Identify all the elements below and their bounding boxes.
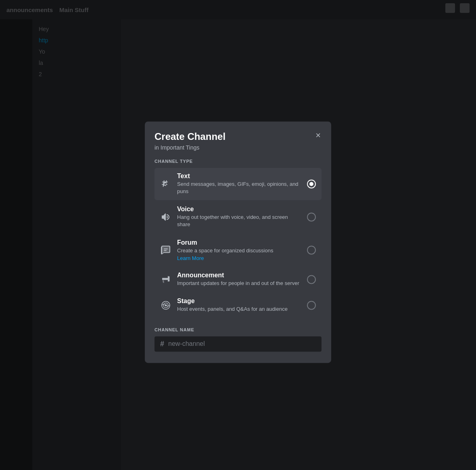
channel-type-voice-desc: Hang out together with voice, video, and… — [177, 214, 301, 229]
channel-name-input[interactable] — [168, 341, 316, 348]
channel-name-section-label: CHANNEL NAME — [154, 328, 322, 333]
stage-icon — [160, 299, 171, 311]
channel-type-stage-radio — [307, 301, 316, 310]
channel-type-text-desc: Send messages, images, GIFs, emoji, opin… — [177, 181, 301, 195]
channel-type-text[interactable]: Text Send messages, images, GIFs, emoji,… — [154, 168, 322, 200]
channel-type-announcement-radio — [307, 275, 316, 284]
channel-type-stage[interactable]: Stage Host events, panels, and Q&As for … — [154, 293, 322, 318]
channel-type-text-content: Text Send messages, images, GIFs, emoji,… — [177, 173, 301, 195]
modal-title-group: Create Channel in Important Tings — [154, 131, 225, 151]
channel-type-forum[interactable]: Forum Create a space for organized discu… — [154, 234, 322, 266]
modal-header: Create Channel in Important Tings × — [154, 131, 322, 151]
channel-type-announcement-name: Announcement — [177, 272, 301, 279]
modal-subtitle: in Important Tings — [154, 144, 225, 151]
channel-type-voice-content: Voice Hang out together with voice, vide… — [177, 206, 301, 229]
channel-type-section-label: CHANNEL TYPE — [154, 159, 322, 164]
channel-type-voice[interactable]: Voice Hang out together with voice, vide… — [154, 201, 322, 233]
megaphone-icon — [160, 274, 171, 285]
close-button[interactable]: × — [315, 130, 322, 141]
channel-type-text-name: Text — [177, 173, 301, 180]
channel-name-section: CHANNEL NAME # — [154, 328, 322, 352]
channel-type-voice-radio — [307, 213, 316, 222]
speaker-icon — [160, 212, 171, 223]
channel-type-announcement[interactable]: Announcement Important updates for peopl… — [154, 267, 322, 292]
channel-type-announcement-desc: Important updates for people in and out … — [177, 280, 301, 287]
channel-type-forum-radio — [307, 246, 316, 255]
channel-name-hash-icon: # — [160, 341, 164, 348]
channel-name-input-wrapper: # — [154, 337, 322, 352]
channel-type-list: Text Send messages, images, GIFs, emoji,… — [154, 168, 322, 318]
hash-icon — [160, 178, 171, 189]
modal-title: Create Channel — [154, 131, 225, 143]
forum-icon — [160, 245, 171, 256]
channel-type-stage-name: Stage — [177, 297, 301, 305]
channel-type-voice-name: Voice — [177, 206, 301, 213]
create-channel-modal: Create Channel in Important Tings × CHAN… — [145, 121, 331, 363]
forum-learn-more-link[interactable]: Learn More — [177, 255, 301, 261]
channel-type-stage-desc: Host events, panels, and Q&As for an aud… — [177, 306, 301, 313]
channel-type-forum-content: Forum Create a space for organized discu… — [177, 239, 301, 261]
channel-type-forum-name: Forum — [177, 239, 301, 246]
channel-type-text-radio — [307, 179, 316, 188]
channel-type-stage-content: Stage Host events, panels, and Q&As for … — [177, 297, 301, 313]
channel-type-announcement-content: Announcement Important updates for peopl… — [177, 272, 301, 287]
channel-type-forum-desc: Create a space for organized discussions — [177, 247, 301, 254]
